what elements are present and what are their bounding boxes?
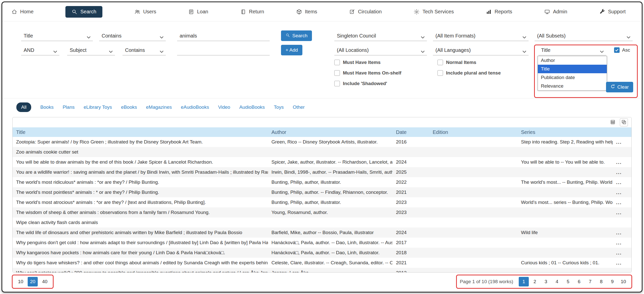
asc-checkbox[interactable] <box>614 47 620 53</box>
locations-select[interactable]: (All Locations) <box>334 45 427 55</box>
table-row[interactable]: Zoo animals cookie cutter set <box>13 147 631 157</box>
row-actions-button[interactable]: ... <box>616 260 622 266</box>
nav-item-admin[interactable]: Admin <box>544 9 567 15</box>
page-4[interactable]: 4 <box>552 277 562 286</box>
tab-books[interactable]: Books <box>40 104 54 110</box>
row-actions-button[interactable]: ... <box>616 230 622 236</box>
export-button[interactable] <box>609 118 617 126</box>
nav-item-reports[interactable]: Reports <box>486 9 512 15</box>
sort-option-title[interactable]: Title <box>538 65 607 73</box>
page-9[interactable]: 9 <box>607 277 617 286</box>
tab-toys[interactable]: Toys <box>274 104 284 110</box>
tab-eaudiobooks[interactable]: eAudioBooks <box>181 104 209 110</box>
table-toolbar <box>13 117 631 127</box>
checkbox[interactable] <box>437 60 443 65</box>
page-3[interactable]: 3 <box>541 277 551 286</box>
tab-video[interactable]: Video <box>218 104 230 110</box>
tab-elibrary-toys[interactable]: eLibrary Toys <box>84 104 112 110</box>
search-button[interactable]: Search <box>281 30 312 41</box>
page-6[interactable]: 6 <box>574 277 584 286</box>
item-formats-select[interactable]: (All Item Formats) <box>433 31 529 41</box>
table-row[interactable]: Wipe clean activity flash cards animals <box>13 217 631 228</box>
page-size-10[interactable]: 10 <box>16 277 26 286</box>
checkbox-row-normal-items[interactable]: Normal Items <box>437 60 501 65</box>
council-select[interactable]: Singleton Council <box>334 31 427 41</box>
tab-plans[interactable]: Plans <box>63 104 75 110</box>
table-row[interactable]: The world's most ridiculous* animals : *… <box>13 177 631 187</box>
checkbox-row-include-shadowed[interactable]: Include 'Shadowed' <box>334 81 401 86</box>
sort-option-author[interactable]: Author <box>538 56 607 65</box>
search-field2-select[interactable]: Subject <box>67 45 115 55</box>
sort-select[interactable]: Title <box>539 45 606 55</box>
search-operator2-select[interactable]: Contains <box>123 45 166 55</box>
table-row[interactable]: The wisdom of sheep & other animals : ob… <box>13 207 631 217</box>
table-row[interactable]: Why penguins don't get cold : how animal… <box>13 238 631 248</box>
chevron-down-icon <box>421 49 425 52</box>
tab-other[interactable]: Other <box>293 104 305 110</box>
table-row[interactable]: The world's most atrocious* animals : *o… <box>13 197 631 207</box>
checkbox[interactable] <box>334 81 340 86</box>
page-8[interactable]: 8 <box>596 277 606 286</box>
page-size-20[interactable]: 20 <box>28 277 38 286</box>
row-actions-button[interactable]: ... <box>616 200 622 205</box>
subsets-select[interactable]: (All Subsets) <box>535 31 633 41</box>
checkbox-row-must-have-items[interactable]: Must Have Items <box>334 60 401 65</box>
row-actions-button[interactable]: ... <box>616 240 622 246</box>
sort-option-publication-date[interactable]: Publication date <box>538 73 607 82</box>
checkbox-row-include-plural-and-tense[interactable]: Include plural and tense <box>437 70 501 76</box>
row-actions-button[interactable]: ... <box>616 270 622 273</box>
table-row[interactable]: The wild life of dinosaurs and other pre… <box>13 228 631 238</box>
cell-title: Zootopia: Super animals! / by Rico Green… <box>13 137 268 147</box>
search-operator-select[interactable]: Contains <box>99 31 166 41</box>
page-size-40[interactable]: 40 <box>40 277 50 286</box>
row-actions-button[interactable]: ... <box>616 179 622 185</box>
search-term2-input[interactable] <box>177 45 270 55</box>
search-term-input[interactable] <box>177 31 270 41</box>
table-row[interactable]: You will be able to draw animals by the … <box>13 157 631 167</box>
checkbox[interactable] <box>334 70 340 76</box>
copy-button[interactable] <box>620 118 628 126</box>
checkbox-row-must-have-items-on-shelf[interactable]: Must Have Items On-shelf <box>334 70 401 76</box>
tab-all[interactable]: All <box>16 102 31 112</box>
table-row[interactable]: You are a wildlife warrior! : saving ani… <box>13 167 631 177</box>
boolean-select[interactable]: AND <box>21 45 59 55</box>
nav-item-support[interactable]: Support <box>599 9 626 15</box>
table-row[interactable]: Why kangaroos have pockets : how animals… <box>13 248 631 258</box>
tab-ebooks[interactable]: eBooks <box>121 104 137 110</box>
sort-option-relevance[interactable]: Relevance <box>538 82 607 90</box>
table-row[interactable]: Why do tigers have whiskers? : and other… <box>13 258 631 268</box>
nav-item-search[interactable]: Search <box>65 6 102 18</box>
clear-button[interactable]: Clear <box>606 82 633 92</box>
languages-select[interactable]: (All Languages) <box>433 45 529 55</box>
nav-item-circulation[interactable]: Circulation <box>349 9 382 15</box>
column-header-date: Date <box>392 127 429 137</box>
table-row[interactable]: The world's most pointless* animals : * … <box>13 187 631 197</box>
nav-item-return[interactable]: Return <box>240 9 264 15</box>
nav-item-loan[interactable]: Loan <box>188 9 208 15</box>
add-row-button[interactable]: + Add <box>281 45 302 55</box>
page-2[interactable]: 2 <box>530 277 540 286</box>
row-actions-button[interactable]: ... <box>616 139 622 145</box>
table-row[interactable]: Why can't potatoes walk? : 200 answers t… <box>13 268 631 273</box>
search-field-select[interactable]: Title <box>21 31 93 41</box>
nav-item-users[interactable]: Users <box>134 9 156 15</box>
row-actions-button[interactable]: ... <box>616 159 622 165</box>
page-5[interactable]: 5 <box>563 277 573 286</box>
checkbox[interactable] <box>334 60 340 65</box>
row-actions-button[interactable]: ... <box>616 250 622 256</box>
table-row[interactable]: Zootopia: Super animals! / by Rico Green… <box>13 137 631 147</box>
tab-audiobooks[interactable]: AudioBooks <box>239 104 265 110</box>
nav-item-home[interactable]: Home <box>11 9 33 15</box>
nav-item-items[interactable]: Items <box>296 9 317 15</box>
asc-checkbox-row[interactable]: Asc <box>614 47 630 53</box>
tab-emagazines[interactable]: eMagazines <box>146 104 172 110</box>
page-10[interactable]: 10 <box>618 277 628 286</box>
checkbox[interactable] <box>437 70 443 76</box>
row-actions-button[interactable]: ... <box>616 190 622 195</box>
row-actions-button[interactable]: ... <box>616 169 622 175</box>
nav-item-tech-services[interactable]: Tech Services <box>414 9 454 15</box>
row-actions-button[interactable]: ... <box>616 210 622 215</box>
page-1[interactable]: 1 <box>519 277 529 286</box>
page-7[interactable]: 7 <box>585 277 595 286</box>
cell-actions: ... <box>613 248 631 258</box>
